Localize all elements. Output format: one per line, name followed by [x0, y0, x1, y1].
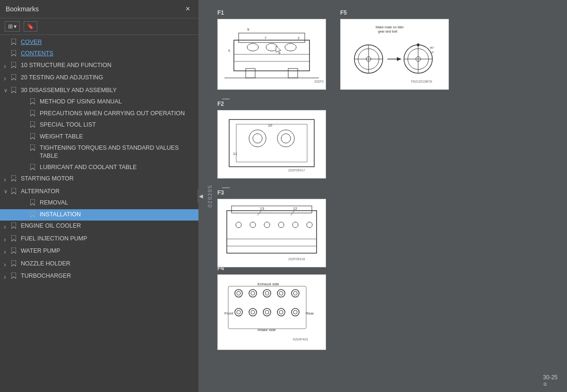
bookmark-item-label: WATER PUMP [21, 247, 195, 256]
figure-f2-container: F2 10 11 [217, 110, 326, 179]
bookmark-item-lubricant[interactable]: LUBRICANT AND COOLANT TABLE [0, 162, 198, 173]
toolbar: ⊞ ▾ 🔖 [0, 18, 198, 35]
figure-f4-label: F4 [217, 265, 224, 272]
bookmark-item-special-tool[interactable]: SPECIAL TOOL LIST [0, 119, 198, 131]
svg-text:gear and bolt: gear and bolt [378, 30, 397, 34]
figure-f3-label: F3 [217, 189, 224, 196]
svg-marker-12 [11, 188, 16, 194]
figure-f5: Make mark on idler gear and bolt [340, 19, 449, 90]
svg-marker-6 [30, 110, 35, 116]
expand-icon: › [4, 62, 10, 71]
svg-text:Make mark on idler: Make mark on idler [376, 26, 404, 29]
svg-text:12: 12 [293, 206, 297, 211]
expand-all-button[interactable]: ⊞ ▾ [5, 21, 20, 32]
bookmark-item-cover[interactable]: COVER [0, 37, 198, 48]
bookmark-item-turbocharger[interactable]: ›TURBOCHARGER [0, 271, 198, 283]
svg-marker-3 [11, 74, 16, 80]
bookmark-item-tightening[interactable]: TIGHTENING TORQUES AND STANDARD VALUES T… [0, 143, 198, 162]
figure-f1-label: F1 [217, 9, 224, 16]
bookmark-item-label: STARTING MOTOR [21, 175, 195, 183]
svg-text:7: 7 [265, 36, 266, 40]
bookmark-item-fuel-injection[interactable]: ›FUEL INJECTION PUMP [0, 233, 198, 246]
bookmark-item-water-pump[interactable]: ›WATER PUMP [0, 246, 198, 258]
svg-text:13: 13 [260, 206, 264, 211]
bookmark-item-alternator[interactable]: ∨ALTERNATOR [0, 186, 198, 197]
svg-text:202F05418: 202F05418 [288, 257, 305, 261]
figure-f3: 13 12 202F05418 [217, 199, 326, 267]
figure-f1: 9 5 7 2 202F05416 [217, 19, 326, 90]
grid-icon: ⊞ [8, 23, 13, 30]
bookmark-item-removal[interactable]: REMOVAL [0, 197, 198, 209]
svg-marker-2 [11, 62, 16, 68]
bookmark-item-method[interactable]: METHOD OF USING MANUAL [0, 96, 198, 108]
svg-marker-5 [30, 98, 35, 104]
figure-f5-label: F5 [340, 9, 347, 16]
bookmark-item-weight-table[interactable]: WEIGHT TABLE [0, 131, 198, 143]
svg-marker-7 [30, 121, 35, 128]
bookmark-item-label: FUEL INJECTION PUMP [21, 235, 195, 243]
svg-text:F8212010B7A: F8212010B7A [411, 80, 432, 83]
bookmark-item-label: 20 TESTING AND ADJUSTING [21, 74, 195, 82]
svg-text:10: 10 [268, 123, 272, 128]
svg-point-54 [417, 43, 420, 46]
svg-marker-8 [30, 133, 35, 139]
bookmark-item-30-disassembly[interactable]: ∨30 DISASSEMBLY AND ASSEMBLY [0, 85, 198, 96]
svg-text:202F05417: 202F05417 [288, 169, 305, 172]
svg-marker-11 [11, 175, 16, 181]
svg-marker-0 [11, 39, 16, 45]
bookmarks-panel: Bookmarks × ⊞ ▾ 🔖 COVERCONTENTS›10 STRUC… [0, 0, 198, 392]
figure-f1-image: 9 5 7 2 202F05416 [220, 21, 324, 87]
bookmark-item-label: SPECIAL TOOL LIST [40, 121, 195, 129]
bookmark-flag-icon [11, 235, 18, 243]
svg-text:Intake side: Intake side [258, 328, 276, 332]
bookmark-flag-icon [11, 260, 18, 268]
figure-f5-container: F5 Make mark on idler gear and bolt [340, 19, 449, 90]
svg-text:202F05416: 202F05416 [314, 80, 324, 83]
figure-f5-image: Make mark on idler gear and bolt [343, 21, 447, 87]
expand-icon: ∨ [4, 87, 10, 94]
svg-marker-13 [30, 199, 35, 205]
bookmark-item-label: 30 DISASSEMBLY AND ASSEMBLY [21, 86, 195, 95]
bookmark-item-installation[interactable]: INSTALLATION [0, 209, 198, 221]
bookmark-item-20-testing[interactable]: ›20 TESTING AND ADJUSTING [0, 72, 198, 85]
bookmark-item-starting-motor[interactable]: ›STARTING MOTOR [0, 173, 198, 186]
bookmark-icon: 🔖 [27, 23, 34, 30]
bookmark-flag-icon [11, 87, 18, 95]
bookmark-flag-icon [30, 199, 37, 207]
svg-marker-18 [11, 260, 16, 266]
bookmark-item-label: METHOD OF USING MANUAL [40, 98, 195, 106]
bookmark-item-nozzle-holder[interactable]: ›NOZZLE HOLDER [0, 258, 198, 271]
svg-marker-16 [11, 235, 16, 241]
svg-marker-19 [11, 273, 16, 279]
svg-text:9: 9 [247, 27, 249, 32]
bookmark-item-contents[interactable]: CONTENTS [0, 48, 198, 60]
collapse-panel-button[interactable]: ◀ [198, 189, 204, 203]
figure-f2-image: 10 11 202F05417 [220, 112, 324, 176]
bookmark-flag-icon [11, 273, 18, 281]
figure-f4-image: Exhaust side Front R [220, 277, 324, 348]
svg-text:Rear: Rear [306, 311, 314, 315]
figure-f3-image: 13 12 202F05418 [220, 201, 324, 265]
svg-text:Exhaust side: Exhaust side [258, 282, 279, 286]
bookmark-item-label: ENGINE OIL COOLER [21, 222, 195, 230]
bookmark-item-label: CONTENTS [21, 50, 195, 58]
document-content: F1 [198, 0, 567, 392]
bookmark-item-engine-oil-cooler[interactable]: ›ENGINE OIL COOLER [0, 221, 198, 233]
svg-text:Front: Front [224, 311, 233, 315]
bookmark-item-10-structure[interactable]: ›10 STRUCTURE AND FUNCTION [0, 60, 198, 73]
document-panel: F1 [198, 0, 567, 392]
expand-icon: ∨ [4, 188, 10, 195]
close-bookmarks-button[interactable]: × [183, 4, 193, 14]
svg-marker-15 [11, 222, 16, 229]
expand-icon: › [4, 273, 10, 282]
svg-text:11: 11 [233, 152, 237, 156]
bookmark-add-button[interactable]: 🔖 [24, 21, 37, 32]
side-label: 020205 [207, 185, 213, 208]
bookmark-flag-icon [11, 50, 18, 58]
bookmark-flag-icon [30, 110, 37, 118]
bookmark-flag-icon [30, 211, 37, 219]
bookmark-item-label: INSTALLATION [40, 211, 195, 219]
expand-icon: › [4, 247, 10, 257]
bookmark-flag-icon [11, 39, 18, 47]
bookmark-item-precautions[interactable]: PRECAUTIONS WHEN CARRYING OUT OPERATION [0, 108, 198, 119]
